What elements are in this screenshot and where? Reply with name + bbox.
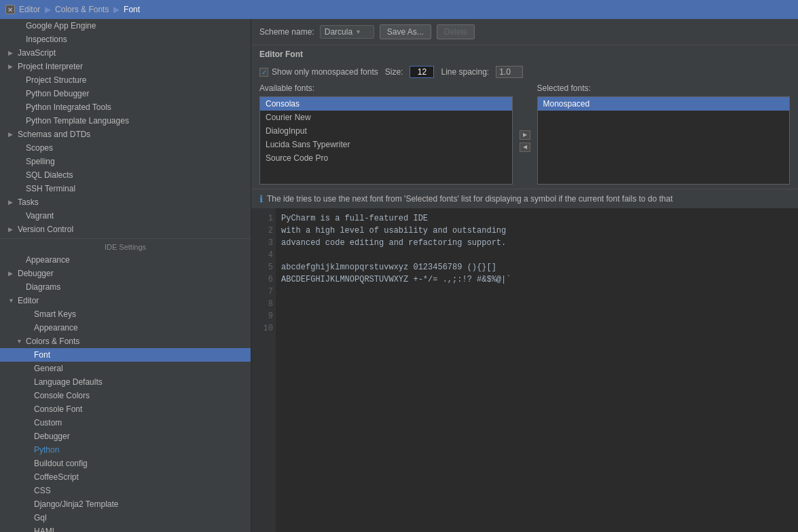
code-line-1: PyCharm is a full-featured IDE <box>281 212 793 225</box>
code-line-6: ABCDEFGHIJKLMNOPQRSTUVWXYZ +-*/= .,;:!? … <box>281 273 793 286</box>
arrow-icon: ▶ <box>8 226 15 233</box>
sidebar-item-python-debugger[interactable]: Python Debugger <box>0 87 251 100</box>
scheme-value: Darcula <box>325 27 352 37</box>
sidebar-item-language-defaults[interactable]: Language Defaults <box>0 375 251 389</box>
sidebar-label: Inspections <box>26 35 67 44</box>
sidebar-item-font[interactable]: Font <box>0 348 251 362</box>
editor-font-header: Editor Font <box>251 45 798 63</box>
sidebar-item-vagrant[interactable]: Vagrant <box>0 209 251 223</box>
sidebar-item-gql[interactable]: Gql <box>0 511 251 525</box>
font-item-source-code-pro[interactable]: Source Code Pro <box>260 151 512 165</box>
sidebar-label: Version Control <box>18 225 73 234</box>
breadcrumb-font: Font <box>124 5 140 14</box>
scroll-right-button[interactable]: ▶ <box>520 130 530 140</box>
ide-settings-label: IDE Settings <box>105 243 146 251</box>
delete-button[interactable]: Delete <box>437 24 475 39</box>
arrow-icon: ▶ <box>8 131 15 138</box>
sidebar-label: Diagrams <box>26 282 60 292</box>
sidebar-item-appearance[interactable]: Appearance <box>0 253 251 267</box>
sidebar-item-project-interpreter[interactable]: ▶ Project Interpreter <box>0 60 251 73</box>
sidebar-label: Django/Jinja2 Template <box>34 499 119 509</box>
arrow-icon: ▶ <box>8 63 15 70</box>
sidebar-item-sql-dialects[interactable]: SQL Dialects <box>0 168 251 182</box>
sidebar-item-javascript[interactable]: ▶ JavaScript <box>0 46 251 60</box>
sidebar-label: Debugger <box>18 269 54 278</box>
fonts-panels: Available fonts: Consolas Courier New Di… <box>251 83 798 189</box>
line-spacing-label: Line spacing: <box>441 67 489 77</box>
sidebar-label: Python Template Languages <box>26 116 129 126</box>
sidebar-item-general[interactable]: General <box>0 362 251 375</box>
scheme-name-label: Scheme name: <box>259 27 314 37</box>
sidebar-label: CoffeeScript <box>34 472 79 482</box>
sidebar-item-python-integrated-tools[interactable]: Python Integrated Tools <box>0 100 251 114</box>
line-spacing-input[interactable] <box>496 66 523 78</box>
font-item-courier-new[interactable]: Courier New <box>260 111 512 124</box>
monospaced-checkbox[interactable]: ✓ <box>259 68 268 77</box>
sidebar-label: Custom <box>34 418 62 428</box>
sidebar-item-smart-keys[interactable]: Smart Keys <box>0 307 251 321</box>
arrow-icon: ▶ <box>8 199 15 206</box>
sidebar-item-console-font[interactable]: Console Font <box>0 402 251 416</box>
code-line-5: abcdefghijklmnopqrstuvwxyz 0123456789 ()… <box>281 261 793 273</box>
sidebar-label: Tasks <box>18 197 39 207</box>
expand-arrow-icon: ▼ <box>8 297 15 304</box>
sidebar-label: Gql <box>34 513 47 522</box>
scroll-buttons: ▶ ◀ <box>520 83 530 185</box>
breadcrumb-arrow1: ▶ <box>45 5 53 14</box>
sidebar-item-debugger2[interactable]: Debugger <box>0 430 251 443</box>
sidebar-item-tasks[interactable]: ▶ Tasks <box>0 195 251 209</box>
arrow-icon: ▶ <box>8 270 15 277</box>
font-item-monospaced[interactable]: Monospaced <box>538 97 790 111</box>
sidebar-item-inspections[interactable]: Inspections <box>0 33 251 46</box>
scroll-left-button[interactable]: ◀ <box>520 142 530 152</box>
sidebar-item-project-structure[interactable]: Project Structure <box>0 73 251 87</box>
sidebar-label: Schemas and DTDs <box>18 130 90 139</box>
sidebar-item-debugger[interactable]: ▶ Debugger <box>0 267 251 280</box>
code-preview: PyCharm is a full-featured IDE with a hi… <box>276 208 798 532</box>
available-fonts-list[interactable]: Consolas Courier New DialogInput Lucida … <box>259 96 513 185</box>
selected-fonts-list[interactable]: Monospaced <box>537 96 791 185</box>
sidebar-item-diagrams[interactable]: Diagrams <box>0 280 251 294</box>
font-item-lucida-sans[interactable]: Lucida Sans Typewriter <box>260 138 512 151</box>
sidebar-item-editor[interactable]: ▼ Editor <box>0 294 251 307</box>
sidebar-item-google-app-engine[interactable]: Google App Engine <box>0 19 251 33</box>
sidebar-item-ssh-terminal[interactable]: SSH Terminal <box>0 182 251 195</box>
sidebar-item-version-control[interactable]: ▶ Version Control <box>0 223 251 236</box>
code-line-4 <box>281 249 793 261</box>
sidebar-label: SSH Terminal <box>26 184 75 193</box>
sidebar-label: Console Font <box>34 404 82 414</box>
sidebar-label: Python Debugger <box>26 89 89 98</box>
sidebar-item-haml[interactable]: HAML <box>0 525 251 532</box>
scheme-dropdown[interactable]: Darcula ▼ <box>320 25 374 39</box>
sidebar-label: Python Integrated Tools <box>26 102 111 112</box>
font-item-consolas[interactable]: Consolas <box>260 97 512 111</box>
sidebar-item-custom[interactable]: Custom <box>0 416 251 430</box>
ide-settings-divider: IDE Settings <box>0 238 251 253</box>
sidebar-label: Project Interpreter <box>18 62 83 71</box>
sidebar-item-django-jinja2[interactable]: Django/Jinja2 Template <box>0 497 251 511</box>
sidebar-item-console-colors[interactable]: Console Colors <box>0 389 251 402</box>
sidebar-label: General <box>34 364 63 373</box>
code-line-10 <box>281 322 793 335</box>
sidebar-label: Colors & Fonts <box>26 337 79 346</box>
sidebar-label: SQL Dialects <box>26 170 73 180</box>
monospaced-label-text: Show only monospaced fonts <box>272 67 378 77</box>
sidebar-item-colors-and-fonts[interactable]: ▼ Colors & Fonts <box>0 335 251 348</box>
sidebar-item-spelling[interactable]: Spelling <box>0 155 251 168</box>
sidebar-item-python-template-languages[interactable]: Python Template Languages <box>0 114 251 128</box>
sidebar-item-scopes[interactable]: Scopes <box>0 141 251 155</box>
sidebar-item-coffeescript[interactable]: CoffeeScript <box>0 470 251 484</box>
sidebar-item-editor-appearance[interactable]: Appearance <box>0 321 251 335</box>
sidebar-item-python[interactable]: Python <box>0 443 251 457</box>
font-item-dialog-input[interactable]: DialogInput <box>260 124 512 138</box>
monospaced-checkbox-label[interactable]: ✓ Show only monospaced fonts <box>259 67 378 77</box>
sidebar-item-css[interactable]: CSS <box>0 484 251 497</box>
line-numbers: 1 2 3 4 5 6 7 8 9 10 <box>251 208 276 532</box>
available-fonts-panel: Available fonts: Consolas Courier New Di… <box>259 83 513 185</box>
sidebar-item-buildout[interactable]: Buildout config <box>0 457 251 470</box>
sidebar-label: Project Structure <box>26 75 86 85</box>
size-input[interactable] <box>410 66 434 78</box>
save-as-button[interactable]: Save As... <box>380 24 431 39</box>
sidebar-item-schemas-dtds[interactable]: ▶ Schemas and DTDs <box>0 128 251 141</box>
close-button[interactable]: ✕ <box>5 5 15 14</box>
